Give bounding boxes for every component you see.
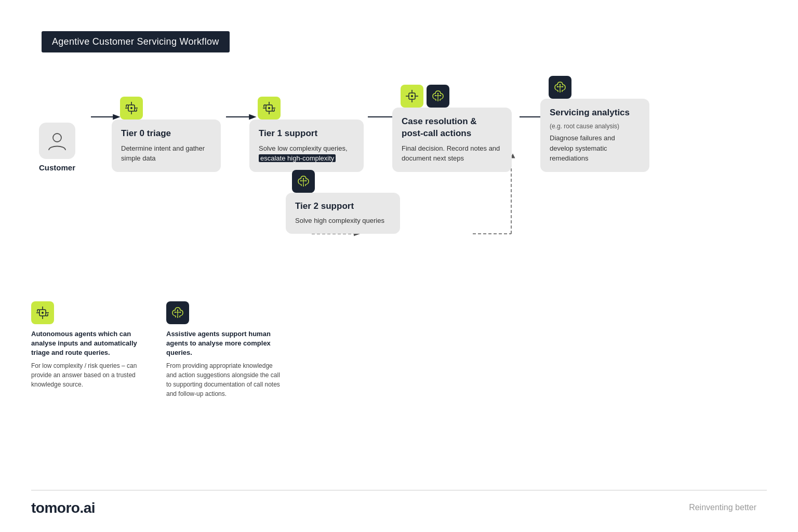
svg-point-47 — [300, 180, 301, 181]
tier0-title: Tier 0 triage — [121, 128, 211, 139]
svg-point-43 — [562, 86, 563, 87]
circuit-icon-1 — [124, 101, 139, 115]
svg-point-37 — [435, 95, 436, 96]
tier2-box: Tier 2 support Solve high complexity que… — [286, 193, 400, 234]
svg-point-34 — [411, 95, 413, 97]
circuit-icon-3 — [405, 89, 419, 103]
tier1-title: Tier 1 support — [259, 128, 354, 139]
title-bar: Agentive Customer Servicing Workflow — [42, 31, 230, 52]
tier1-box: Tier 1 support Solve low complexity quer… — [249, 119, 364, 172]
svg-point-44 — [560, 84, 561, 85]
tier2-desc: Solve high complexity queries — [295, 216, 391, 226]
case-res-dark-badge — [427, 85, 449, 108]
svg-point-48 — [305, 180, 307, 181]
svg-point-64 — [177, 310, 178, 311]
legend-lime-badge — [31, 301, 54, 324]
legend-assistive-desc: From providing appropriate knowledge and… — [166, 361, 281, 398]
svg-point-49 — [303, 178, 304, 179]
circuit-icon-legend — [35, 305, 50, 320]
svg-point-42 — [557, 86, 558, 87]
tier0-desc: Determine intent and gather simple data — [121, 143, 211, 164]
svg-point-59 — [42, 312, 44, 314]
case-res-title: Case resolution &post-call actions — [402, 116, 502, 139]
person-icon — [47, 130, 68, 151]
svg-point-38 — [440, 95, 441, 96]
tier1-desc: Solve low complexity queries, escalate h… — [259, 143, 354, 164]
svg-point-62 — [175, 312, 176, 313]
tier0-icon-above — [120, 97, 143, 119]
case-res-desc: Final decision. Record notes and documen… — [402, 143, 502, 164]
workflow-area: Customer — [31, 73, 767, 234]
legend-autonomous-title: Autonomous agents which can analyse inpu… — [31, 329, 145, 358]
analytics-subtitle: (e.g. root cause analysis) — [550, 123, 640, 130]
tier1-icon-above — [258, 97, 281, 119]
legend-area: Autonomous agents which can analyse inpu… — [31, 301, 281, 398]
case-res-lime-badge — [401, 85, 423, 108]
analytics-title: Servicing analytics — [550, 107, 640, 118]
tier2-row: Tier 2 support Solve high complexity que… — [31, 193, 767, 234]
customer-icon — [39, 123, 75, 159]
legend-autonomous-desc: For low complexity / risk queries – can … — [31, 361, 145, 389]
legend-item-autonomous: Autonomous agents which can analyse inpu… — [31, 301, 145, 389]
brain-icon-3 — [296, 174, 311, 189]
circuit-icon-2 — [262, 101, 276, 115]
footer-logo: tomoro.ai — [31, 500, 95, 516]
tier2-icon-above — [292, 170, 315, 193]
analytics-icon-above — [549, 76, 571, 99]
legend-assistive-title: Assistive agents support human agents to… — [166, 329, 281, 358]
svg-point-18 — [130, 107, 132, 109]
analytics-desc: Diagnose failures and develop systematic… — [550, 133, 640, 164]
customer-label: Customer — [39, 163, 75, 172]
customer-node: Customer — [31, 123, 83, 172]
svg-point-28 — [268, 107, 270, 109]
tier1-lime-badge — [258, 97, 281, 119]
page-title: Agentive Customer Servicing Workflow — [52, 36, 219, 47]
tier2-dark-badge — [292, 170, 315, 193]
case-res-box: Case resolution &post-call actions Final… — [392, 108, 512, 171]
footer-line — [31, 490, 767, 490]
svg-point-63 — [180, 312, 181, 313]
case-res-icon-above — [401, 85, 449, 108]
analytics-box: Servicing analytics (e.g. root cause ana… — [540, 99, 649, 172]
footer-tagline: Reinventing better — [689, 503, 756, 512]
tier0-lime-badge — [120, 97, 143, 119]
brain-icon-1 — [431, 89, 445, 103]
svg-point-39 — [437, 93, 438, 94]
legend-dark-badge — [166, 301, 189, 324]
top-row-nodes: Customer — [31, 73, 767, 172]
svg-point-8 — [53, 134, 61, 142]
brain-icon-2 — [553, 80, 567, 95]
tier1-highlight: escalate high-complexity — [259, 154, 336, 162]
brain-icon-legend — [170, 305, 185, 320]
tier0-box: Tier 0 triage Determine intent and gathe… — [112, 119, 221, 172]
legend-item-assistive: Assistive agents support human agents to… — [166, 301, 281, 398]
analytics-dark-badge — [549, 76, 571, 99]
tier2-title: Tier 2 support — [295, 201, 391, 211]
